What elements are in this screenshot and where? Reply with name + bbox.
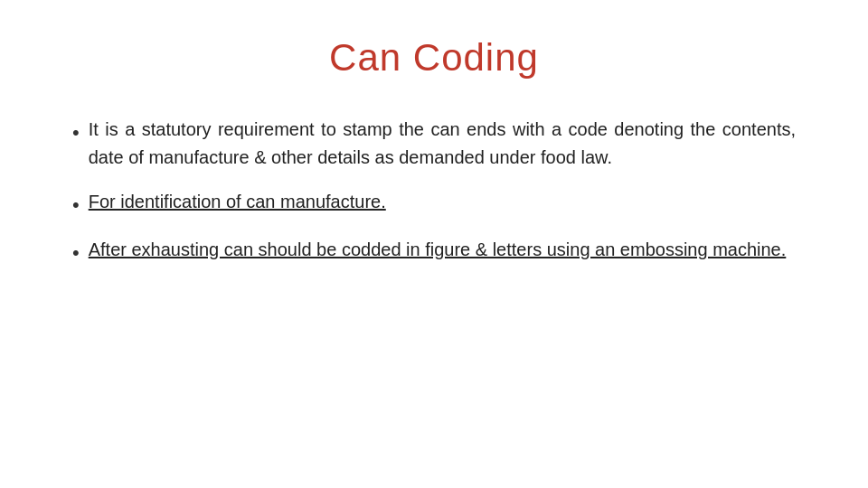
slide-title: Can Coding [329,36,539,80]
title-area: Can Coding [54,27,814,107]
content-area: • It is a statutory requirement to stamp… [54,107,814,267]
bullet-item-2: • For identification of can manufacture. [72,188,796,220]
bullet-text-3: After exhausting can should be codded in… [89,236,787,264]
bullet-item-1: • It is a statutory requirement to stamp… [72,116,796,172]
bullet-item-3: • After exhausting can should be codded … [72,236,796,267]
bullet-text-2: For identification of can manufacture. [89,188,386,216]
bullet-text-1: It is a statutory requirement to stamp t… [89,116,796,172]
bullet-dot-3: • [72,238,80,267]
bullet-dot-2: • [72,190,80,220]
slide: Can Coding • It is a statutory requireme… [0,0,868,488]
bullet-dot-1: • [72,117,80,147]
